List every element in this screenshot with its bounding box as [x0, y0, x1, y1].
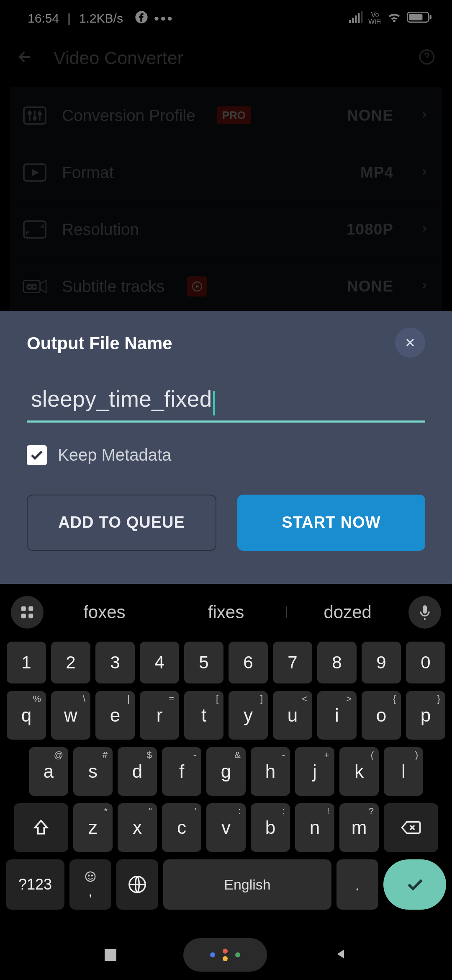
keep-metadata-checkbox[interactable]: Keep Metadata	[27, 445, 425, 465]
nav-recent-icon[interactable]	[105, 949, 116, 961]
more-icon: •••	[154, 10, 174, 27]
key-q[interactable]: q%	[7, 691, 46, 740]
chevron-right-icon	[408, 110, 429, 121]
svg-rect-9	[355, 15, 357, 23]
sheet-title: Output File Name	[27, 333, 172, 353]
system-nav-bar	[0, 930, 452, 980]
output-filename-sheet: Output File Name sleepy_time_fixed Keep …	[0, 311, 452, 584]
key-y[interactable]: y]	[229, 691, 268, 740]
key-u[interactable]: u<	[273, 691, 312, 740]
filename-value: sleepy_time_fixed	[31, 387, 212, 411]
microphone-icon[interactable]	[408, 596, 441, 629]
setting-value: NONE	[347, 107, 393, 124]
setting-value: MP4	[360, 164, 393, 181]
facebook-icon	[135, 10, 148, 27]
key-b[interactable]: b;	[251, 803, 290, 852]
key-8[interactable]: 8	[317, 642, 357, 683]
key-p[interactable]: p}	[406, 691, 445, 740]
key-9[interactable]: 9	[362, 642, 401, 683]
comma-sublabel: ,	[89, 885, 92, 899]
svg-point-31	[92, 875, 93, 876]
checkbox-label: Keep Metadata	[58, 446, 171, 464]
soft-keyboard: foxes fixes dozed 1234567890 q%w\e|r=t[y…	[0, 584, 452, 980]
filename-input[interactable]: sleepy_time_fixed	[27, 386, 425, 423]
add-to-queue-button[interactable]: ADD TO QUEUE	[27, 495, 216, 551]
key-d[interactable]: d$	[118, 747, 157, 796]
keyboard-apps-icon[interactable]	[11, 596, 44, 629]
setting-row-subtitle-tracks[interactable]: CC Subtitle tracks NONE	[10, 258, 442, 315]
svg-point-17	[28, 112, 31, 114]
symbols-key[interactable]: ?123	[6, 859, 64, 910]
key-l[interactable]: l)	[384, 747, 423, 796]
key-a[interactable]: a@	[29, 747, 68, 796]
key-h[interactable]: h-	[251, 747, 290, 796]
nav-back-icon[interactable]	[334, 947, 347, 962]
page-title: Video Converter	[54, 48, 183, 68]
key-1[interactable]: 1	[7, 642, 46, 683]
suggestion-item[interactable]: foxes	[44, 602, 165, 622]
key-x[interactable]: x"	[118, 803, 157, 852]
shift-key[interactable]	[14, 803, 68, 852]
svg-point-30	[88, 875, 90, 876]
svg-rect-27	[21, 614, 26, 618]
setting-label: Format	[62, 163, 114, 182]
key-o[interactable]: o{	[362, 691, 401, 740]
back-arrow-icon[interactable]	[17, 49, 33, 67]
key-6[interactable]: 6	[229, 642, 268, 683]
key-g[interactable]: g&	[206, 747, 246, 796]
key-f[interactable]: f-	[162, 747, 201, 796]
key-n[interactable]: n!	[295, 803, 334, 852]
vowifi-icon: Vo WiFi	[368, 12, 382, 25]
setting-row-resolution[interactable]: Resolution 1080P	[10, 201, 442, 258]
key-3[interactable]: 3	[95, 642, 135, 683]
key-j[interactable]: j+	[295, 747, 334, 796]
status-net-speed: 1.2KB/s	[79, 11, 123, 26]
svg-rect-26	[28, 606, 33, 611]
close-button[interactable]	[395, 328, 425, 358]
setting-row-format[interactable]: Format MP4	[10, 144, 442, 201]
key-w[interactable]: w\	[51, 691, 90, 740]
key-0[interactable]: 0	[406, 642, 445, 683]
suggestion-item[interactable]: dozed	[287, 602, 408, 622]
language-key[interactable]	[116, 859, 158, 910]
setting-label: Resolution	[62, 220, 139, 239]
status-time: 16:54	[28, 11, 59, 26]
key-k[interactable]: k(	[339, 747, 379, 796]
key-v[interactable]: v:	[206, 803, 246, 852]
key-5[interactable]: 5	[184, 642, 223, 683]
backspace-key[interactable]	[384, 803, 438, 852]
nav-home-pill[interactable]	[183, 938, 267, 972]
suggestion-item[interactable]: fixes	[165, 602, 287, 622]
key-r[interactable]: r=	[140, 691, 179, 740]
spacebar-key[interactable]: English	[163, 859, 331, 910]
key-z[interactable]: z*	[73, 803, 113, 852]
svg-rect-14	[430, 15, 431, 19]
svg-rect-11	[361, 11, 362, 23]
key-4[interactable]: 4	[140, 642, 179, 683]
play-badge-icon	[187, 276, 207, 297]
key-c[interactable]: c'	[162, 803, 201, 852]
key-m[interactable]: m?	[339, 803, 379, 852]
chevron-right-icon	[408, 281, 429, 292]
setting-label: Conversion Profile	[62, 106, 195, 125]
start-now-button[interactable]: START NOW	[237, 495, 425, 551]
period-key[interactable]: .	[336, 859, 378, 910]
key-7[interactable]: 7	[273, 642, 312, 683]
emoji-key[interactable]: ,	[69, 859, 111, 910]
pro-badge: PRO	[217, 106, 251, 124]
key-i[interactable]: i>	[317, 691, 357, 740]
key-s[interactable]: s#	[73, 747, 113, 796]
setting-row-conversion-profile[interactable]: Conversion Profile PRO NONE	[10, 87, 442, 144]
svg-rect-25	[21, 606, 26, 611]
svg-rect-10	[358, 13, 360, 23]
sliders-icon	[23, 106, 47, 125]
help-icon[interactable]	[419, 49, 435, 67]
key-2[interactable]: 2	[51, 642, 90, 683]
svg-rect-21	[24, 221, 46, 238]
key-e[interactable]: e|	[95, 691, 135, 740]
settings-list: Conversion Profile PRO NONE Format MP4 R…	[10, 87, 442, 315]
enter-key[interactable]	[383, 859, 446, 910]
resolution-icon	[23, 220, 47, 239]
text-cursor	[213, 391, 215, 415]
key-t[interactable]: t[	[184, 691, 223, 740]
